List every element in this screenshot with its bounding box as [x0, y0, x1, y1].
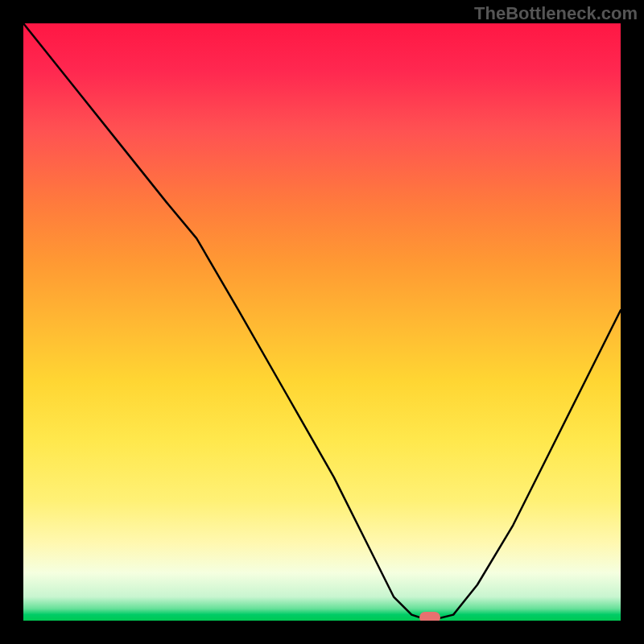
optimal-point-marker	[419, 612, 440, 621]
bottleneck-curve	[23, 23, 621, 621]
curve-svg	[23, 23, 621, 621]
plot-area	[23, 23, 621, 621]
watermark-text: TheBottleneck.com	[474, 3, 638, 24]
